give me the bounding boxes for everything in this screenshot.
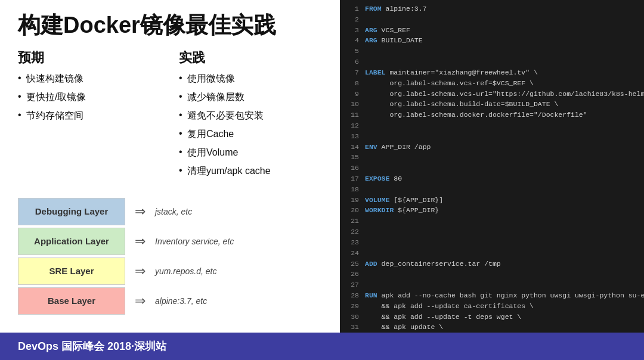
layer-row-debug: Debugging Layer ⇒ jstack, etc (18, 198, 322, 225)
line-code: && apk update \ (365, 322, 443, 333)
practice-column: 实践 使用微镜像 减少镜像层数 避免不必要包安装 复用Cache 使用Volum… (179, 49, 322, 184)
line-code: EXPOSE 80 (365, 173, 402, 184)
code-line: 9 org.label-schema.vcs-url="https://gith… (346, 89, 638, 100)
line-number: 16 (346, 163, 359, 173)
code-line: 28RUN apk add --no-cache bash git nginx … (346, 290, 638, 301)
list-item: 复用Cache (179, 128, 322, 141)
list-item: 使用微镜像 (179, 73, 322, 85)
line-code: ENV APP_DIR /app (365, 142, 431, 153)
line-number: 7 (346, 67, 359, 78)
line-number: 5 (346, 46, 359, 57)
code-line: 8 org.label-schema.vcs-ref=$VCS_REF \ (346, 78, 638, 89)
line-code: ADD dep_containerservice.tar /tmp (365, 259, 501, 269)
line-number: 23 (346, 237, 359, 248)
layer-label-base: alpine:3.7, etc (155, 296, 207, 306)
list-item: 清理yum/apk cache (179, 165, 322, 178)
practice-list: 使用微镜像 减少镜像层数 避免不必要包安装 复用Cache 使用Volume 清… (179, 73, 322, 178)
line-number: 15 (346, 152, 359, 163)
layer-arrow-app: ⇒ (125, 234, 155, 249)
code-line: 26 (346, 269, 638, 280)
code-line: 16 (346, 163, 638, 173)
base-layer-box: Base Layer (18, 287, 125, 315)
code-line: 14ENV APP_DIR /app (346, 142, 638, 153)
expected-title: 预期 (18, 49, 161, 67)
code-line: 1FROM alpine:3.7 (346, 4, 638, 14)
code-line: 6 (346, 57, 638, 67)
line-number: 1 (346, 4, 359, 14)
list-item: 节约存储空间 (18, 110, 161, 122)
code-line: 5 (346, 46, 638, 57)
line-code: org.label-schema.vcs-url="https://github… (365, 89, 644, 100)
line-code: ARG VCS_REF (365, 25, 410, 36)
code-line: 20WORKDIR ${APP_DIR} (346, 205, 638, 216)
code-line: 21 (346, 216, 638, 226)
line-code: LABEL maintainer="xiazhang@freewheel.tv"… (365, 67, 538, 78)
line-number: 18 (346, 184, 359, 195)
code-line: 4ARG BUILD_DATE (346, 35, 638, 46)
line-code: org.label-schema.docker.dockerfile="/Doc… (365, 110, 587, 120)
layer-row-base: Base Layer ⇒ alpine:3.7, etc (18, 287, 322, 315)
line-code: && apk add --update ca-certificates \ (365, 301, 534, 312)
columns-row: 预期 快速构建镜像 更快拉/取镜像 节约存储空间 实践 使用微镜像 减少镜像层数… (18, 49, 322, 184)
layer-row-app: Application Layer ⇒ Inventory service, e… (18, 228, 322, 255)
layers-diagram: Debugging Layer ⇒ jstack, etc Applicatio… (18, 198, 322, 315)
code-line: 17EXPOSE 80 (346, 173, 638, 184)
line-number: 3 (346, 25, 359, 36)
code-line: 18 (346, 184, 638, 195)
code-line: 25ADD dep_containerservice.tar /tmp (346, 259, 638, 269)
expected-column: 预期 快速构建镜像 更快拉/取镜像 节约存储空间 (18, 49, 161, 184)
code-line: 23 (346, 237, 638, 248)
layer-arrow-sre: ⇒ (125, 263, 155, 279)
sre-layer-box: SRE Layer (18, 257, 125, 285)
line-number: 2 (346, 14, 359, 25)
code-line: 7LABEL maintainer="xiazhang@freewheel.tv… (346, 67, 638, 78)
code-line: 30 && apk add --update -t deps wget \ (346, 312, 638, 322)
layer-arrow-debug: ⇒ (125, 204, 155, 219)
code-line: 12 (346, 120, 638, 131)
application-layer-box: Application Layer (18, 228, 125, 255)
line-number: 29 (346, 301, 359, 312)
line-number: 8 (346, 78, 359, 89)
code-panel: 1FROM alpine:3.723ARG VCS_REF4ARG BUILD_… (340, 0, 644, 333)
line-number: 26 (346, 269, 359, 280)
list-item: 使用Volume (179, 147, 322, 159)
code-line: 24 (346, 248, 638, 259)
line-number: 6 (346, 57, 359, 67)
line-number: 24 (346, 248, 359, 259)
code-line: 3ARG VCS_REF (346, 25, 638, 36)
line-number: 13 (346, 131, 359, 142)
line-code: ARG BUILD_DATE (365, 35, 423, 46)
list-item: 避免不必要包安装 (179, 110, 322, 122)
debugging-layer-box: Debugging Layer (18, 198, 125, 225)
code-line: 31 && apk update \ (346, 322, 638, 333)
line-number: 4 (346, 35, 359, 46)
line-number: 17 (346, 173, 359, 184)
line-number: 9 (346, 89, 359, 100)
code-line: 10 org.label-schema.build-date=$BUILD_DA… (346, 99, 638, 110)
line-number: 27 (346, 280, 359, 290)
layer-label-sre: yum.repos.d, etc (155, 266, 217, 276)
code-line: 11 org.label-schema.docker.dockerfile="/… (346, 110, 638, 120)
line-number: 11 (346, 110, 359, 120)
code-line: 27 (346, 280, 638, 290)
main-content: 构建Docker镜像最佳实践 预期 快速构建镜像 更快拉/取镜像 节约存储空间 … (0, 0, 644, 333)
code-line: 15 (346, 152, 638, 163)
layer-arrow-base: ⇒ (125, 293, 155, 309)
layer-row-sre: SRE Layer ⇒ yum.repos.d, etc (18, 257, 322, 285)
line-number: 21 (346, 216, 359, 226)
line-number: 20 (346, 205, 359, 216)
list-item: 减少镜像层数 (179, 91, 322, 104)
line-number: 10 (346, 99, 359, 110)
footer-text: DevOps 国际峰会 2018·深圳站 (18, 339, 166, 353)
code-line: 29 && apk add --update ca-certificates \ (346, 301, 638, 312)
line-code: org.label-schema.vcs-ref=$VCS_REF \ (365, 78, 534, 89)
line-number: 25 (346, 259, 359, 269)
line-number: 19 (346, 195, 359, 206)
line-code: && apk add --update -t deps wget \ (365, 312, 521, 322)
line-code: WORKDIR ${APP_DIR} (365, 205, 439, 216)
line-code: VOLUME [${APP_DIR}] (365, 195, 443, 206)
line-number: 28 (346, 290, 359, 301)
line-code: FROM alpine:3.7 (365, 4, 427, 14)
footer: DevOps 国际峰会 2018·深圳站 (0, 333, 644, 360)
page-title: 构建Docker镜像最佳实践 (18, 12, 322, 39)
